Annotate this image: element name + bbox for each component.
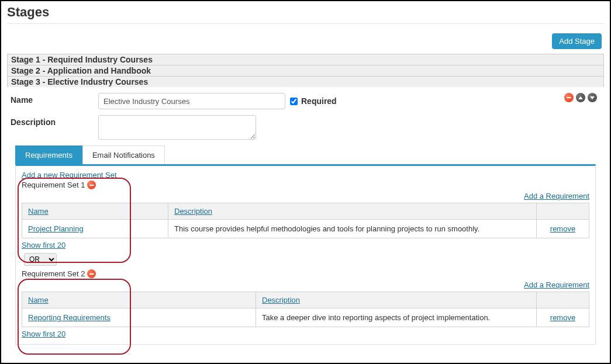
col-desc-header-1[interactable]: Description — [174, 207, 212, 216]
move-up-icon[interactable] — [576, 93, 585, 102]
table-row: Project Planning This course provides he… — [22, 220, 589, 238]
tab-requirements[interactable]: Requirements — [15, 145, 82, 164]
description-label: Description — [11, 115, 98, 127]
remove-requirement-link[interactable]: remove — [550, 313, 575, 322]
col-name-header-2[interactable]: Name — [28, 296, 49, 304]
name-label: Name — [11, 93, 98, 105]
add-requirement-link-1[interactable]: Add a Requirement — [524, 192, 589, 200]
stage-header-1[interactable]: Stage 1 - Required Industry Courses — [7, 54, 604, 65]
requirements-table-2: Name Description Reporting Requirements … — [22, 292, 589, 327]
requirements-table-1: Name Description Project Planning This c… — [22, 203, 589, 238]
col-name-header-1[interactable]: Name — [28, 207, 49, 216]
add-requirement-set-link[interactable]: Add a new Requirement Set — [22, 171, 117, 179]
table-row: Reporting Requirements Take a deeper div… — [22, 308, 589, 327]
logic-select[interactable]: OR AND — [24, 253, 57, 266]
show-first-20-link-1[interactable]: Show first 20 — [22, 241, 65, 249]
add-stage-button[interactable]: Add Stage — [552, 33, 602, 49]
remove-set-1-icon[interactable] — [87, 181, 96, 189]
requirement-set-2-label: Requirement Set 2 — [22, 269, 85, 278]
remove-set-2-icon[interactable] — [87, 269, 96, 278]
requirements-panel: Add a new Requirement Set Requirement Se… — [15, 164, 596, 345]
remove-requirement-link[interactable]: remove — [550, 224, 575, 233]
description-textarea[interactable] — [98, 115, 256, 140]
show-first-20-link-2[interactable]: Show first 20 — [22, 330, 65, 338]
move-down-icon[interactable] — [588, 93, 597, 102]
requirement-desc: Take a deeper dive into reporting aspect… — [256, 308, 537, 327]
delete-stage-icon[interactable] — [564, 93, 574, 102]
divider — [7, 23, 604, 24]
stage-header-3[interactable]: Stage 3 - Elective Industry Courses — [7, 76, 604, 87]
add-requirement-link-2[interactable]: Add a Requirement — [524, 280, 589, 289]
required-label: Required — [301, 96, 337, 106]
requirement-desc: This course provides helpful methodologi… — [168, 220, 537, 238]
requirement-set-1-label: Requirement Set 1 — [22, 181, 85, 189]
requirement-name-link[interactable]: Reporting Requirements — [28, 313, 111, 322]
stage-header-2[interactable]: Stage 2 - Application and Handbook — [7, 65, 604, 76]
tab-email-notifications[interactable]: Email Notifications — [82, 145, 165, 164]
page-title: Stages — [7, 1, 604, 23]
name-input[interactable] — [98, 93, 285, 109]
required-checkbox[interactable] — [290, 98, 298, 105]
requirement-name-link[interactable]: Project Planning — [28, 224, 84, 233]
col-desc-header-2[interactable]: Description — [262, 296, 300, 304]
